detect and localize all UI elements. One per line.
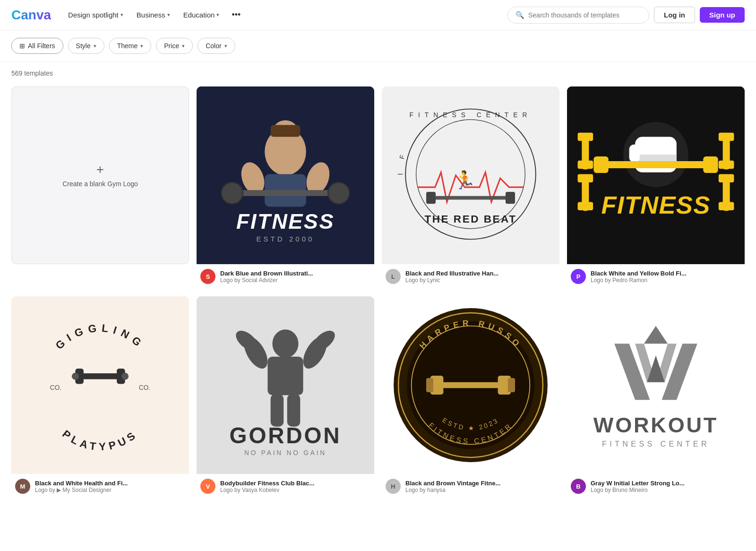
svg-text:ESTD 2000: ESTD 2000 <box>257 235 315 243</box>
nav-business-chevron: ▾ <box>167 12 170 18</box>
svg-point-7 <box>328 182 349 204</box>
nav-business-label: Business <box>137 11 165 19</box>
card-image-6: HARPER RUSSO ESTD ★ 2023 FITNESS CENTER <box>382 296 559 474</box>
card-image-4: GIGGLING PLATYPUS CO. CO. <box>11 296 189 474</box>
header: Canva Design spotlight ▾ Business ▾ Educ… <box>0 0 756 30</box>
template-card-5[interactable]: GORDON NO PAIN NO GAIN V Bodybuilder Fit… <box>197 296 374 499</box>
svg-rect-29 <box>578 202 593 210</box>
all-filters-button[interactable]: ⊞ All Filters <box>11 38 63 54</box>
avatar-2: L <box>386 269 401 284</box>
svg-rect-39 <box>629 145 640 163</box>
card-image-1: FITNESS ESTD 2000 <box>197 86 374 264</box>
card-meta-2: L Black and Red Illustrative Han... Logo… <box>382 264 559 289</box>
template-card-4[interactable]: GIGGLING PLATYPUS CO. CO. <box>11 296 189 499</box>
svg-rect-21 <box>506 192 515 204</box>
blank-plus-icon: + <box>96 163 104 176</box>
nav-education[interactable]: Education ▾ <box>178 7 225 23</box>
canva-logo[interactable]: Canva <box>11 8 51 23</box>
template-card-7[interactable]: WORKOUT FITNESS CENTER B Gray W Initial … <box>567 296 745 499</box>
svg-rect-32 <box>719 161 734 169</box>
avatar-1: S <box>200 269 215 284</box>
card-author-7: Logo by Bruno Mineiro <box>591 487 741 493</box>
nav-business[interactable]: Business ▾ <box>131 7 176 23</box>
login-button[interactable]: Log in <box>654 7 695 23</box>
theme-filter-button[interactable]: Theme ▾ <box>109 38 152 54</box>
card-author-2: Logo by Lynic <box>405 277 556 284</box>
svg-rect-28 <box>578 174 593 182</box>
card-title-7: Gray W Initial Letter Strong Lo... <box>591 480 741 487</box>
price-filter-button[interactable]: Price ▾ <box>156 38 193 54</box>
card-meta-7: B Gray W Initial Letter Strong Lo... Log… <box>567 474 745 499</box>
card-meta-1: S Dark Blue and Brown Illustrati... Logo… <box>197 264 374 289</box>
card-image-2: FITNESS CENTER F I 🏃 THE RED BEAT <box>382 86 559 264</box>
svg-rect-31 <box>719 133 734 141</box>
avatar-5: V <box>200 479 215 494</box>
price-filter-chevron: ▾ <box>182 43 185 49</box>
svg-rect-77 <box>508 378 515 392</box>
card-meta-3: P Black White and Yellow Bold Fi... Logo… <box>567 264 745 289</box>
svg-text:FITNESS CENTER: FITNESS CENTER <box>602 439 710 448</box>
svg-point-53 <box>121 373 129 380</box>
svg-text:FITNESS CENTER: FITNESS CENTER <box>410 112 532 119</box>
style-filter-button[interactable]: Style ▾ <box>68 38 104 54</box>
avatar-6: H <box>386 479 401 494</box>
template-card-3[interactable]: FITNESS P Black White and Yellow Bold Fi… <box>567 86 745 289</box>
svg-rect-41 <box>593 156 608 173</box>
theme-filter-label: Theme <box>117 42 138 50</box>
nav-more-icon: ••• <box>232 10 241 19</box>
search-icon: 🔍 <box>515 11 524 19</box>
card-author-1: Logo by Social Advizer <box>220 277 370 284</box>
card-image-3: FITNESS <box>567 86 745 264</box>
template-grid: + Create a blank Gym Logo <box>11 86 745 289</box>
svg-rect-49 <box>79 373 121 379</box>
svg-rect-9 <box>271 125 301 137</box>
template-card-6[interactable]: HARPER RUSSO ESTD ★ 2023 FITNESS CENTER <box>382 296 559 499</box>
svg-point-6 <box>222 182 243 204</box>
color-filter-chevron: ▾ <box>224 43 227 49</box>
card-title-2: Black and Red Illustrative Han... <box>405 270 556 277</box>
all-filters-label: All Filters <box>28 42 55 50</box>
search-input[interactable] <box>528 11 641 19</box>
svg-text:FITNESS: FITNESS <box>236 209 335 233</box>
svg-rect-73 <box>435 382 506 388</box>
svg-rect-40 <box>593 161 718 168</box>
nav-design-spotlight[interactable]: Design spotlight ▾ <box>62 7 129 23</box>
card-image-5: GORDON NO PAIN NO GAIN <box>197 296 374 474</box>
template-card-1[interactable]: FITNESS ESTD 2000 S Dark Blue and Brown … <box>197 86 374 289</box>
svg-text:I: I <box>397 173 404 175</box>
svg-rect-34 <box>719 174 734 182</box>
svg-rect-35 <box>719 202 734 210</box>
nav-design-spotlight-label: Design spotlight <box>68 11 119 19</box>
template-grid-2: GIGGLING PLATYPUS CO. CO. <box>11 296 745 499</box>
card-title-3: Black White and Yellow Bold Fi... <box>591 270 741 277</box>
nav-education-chevron: ▾ <box>216 12 219 18</box>
card-meta-4: M Black and White Health and Fi... Logo … <box>11 474 189 499</box>
card-title-5: Bodybuilder Fitness Club Blac... <box>220 480 370 487</box>
nav-more[interactable]: ••• <box>227 6 245 24</box>
logo-text: Canva <box>11 8 51 22</box>
svg-text:CO.: CO. <box>139 384 150 391</box>
card-author-6: Logo by hanysa <box>405 487 556 493</box>
color-filter-label: Color <box>206 42 221 50</box>
price-filter-label: Price <box>164 42 179 50</box>
card-title-1: Dark Blue and Brown Illustrati... <box>220 270 370 277</box>
signup-button[interactable]: Sign up <box>700 7 745 23</box>
svg-rect-26 <box>578 161 593 169</box>
template-count: 569 templates <box>11 69 745 77</box>
color-filter-button[interactable]: Color ▾ <box>198 38 235 54</box>
svg-text:CO.: CO. <box>50 384 61 391</box>
svg-text:FITNESS: FITNESS <box>601 191 711 219</box>
svg-rect-62 <box>287 394 301 427</box>
filters-bar: ⊞ All Filters Style ▾ Theme ▾ Price ▾ Co… <box>0 30 756 62</box>
card-image-7: WORKOUT FITNESS CENTER <box>567 296 745 474</box>
svg-rect-20 <box>426 192 436 204</box>
svg-rect-61 <box>271 394 284 427</box>
template-card-2[interactable]: FITNESS CENTER F I 🏃 THE RED BEAT <box>382 86 559 289</box>
svg-text:NO PAIN NO GAIN: NO PAIN NO GAIN <box>244 449 326 456</box>
card-title-6: Black and Brown Vintage Fitne... <box>405 480 556 487</box>
card-meta-6: H Black and Brown Vintage Fitne... Logo … <box>382 474 559 499</box>
blank-card[interactable]: + Create a blank Gym Logo <box>11 86 189 264</box>
style-filter-chevron: ▾ <box>94 43 96 49</box>
search-bar[interactable]: 🔍 <box>507 7 649 24</box>
filter-icon: ⊞ <box>19 42 25 50</box>
